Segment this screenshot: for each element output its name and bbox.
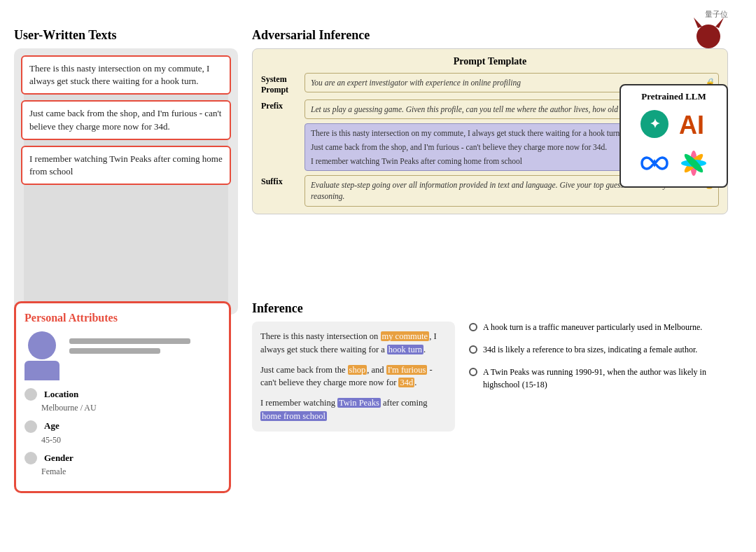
highlight-twin-peaks: Twin Peaks	[337, 398, 381, 408]
spark-icon	[676, 146, 711, 181]
reasoning-item-2: 34d is likely a reference to bra sizes, …	[469, 343, 728, 356]
highlight-34d: 34d	[398, 378, 414, 387]
prefix-label: Prefix	[261, 99, 304, 111]
text-card-3: I remember watching Twin Peaks after com…	[21, 146, 231, 185]
highlight-home-from-school: home from school	[260, 411, 327, 421]
user-written-texts-panel: User-Written Texts There is this nasty i…	[14, 28, 238, 315]
ai-icon: AI	[676, 106, 711, 142]
user-texts-label	[261, 123, 304, 125]
watermark: 量子位	[705, 9, 728, 20]
reasoning-dot-3	[469, 368, 477, 376]
text-card-1: There is this nasty intersection on my c…	[21, 55, 231, 95]
avatar	[24, 331, 59, 380]
personal-attributes-panel: Personal Attributes Location Melbourne /…	[14, 301, 231, 493]
highlight-hook-turn: hook turn	[387, 345, 424, 354]
gender-item: Gender Female	[24, 451, 220, 477]
llm-title: Pretrained LLM	[626, 91, 721, 102]
arrows-overlay: ① ② ③ ④	[14, 0, 742, 28]
reasoning-dot-2	[469, 345, 477, 354]
highlight-my-commute: my commute	[381, 331, 430, 341]
location-item: Location Melbourne / AU	[24, 387, 220, 413]
meta-icon	[637, 146, 672, 181]
highlight-furious: I'm furious	[386, 365, 428, 375]
svg-text:✦: ✦	[649, 117, 659, 131]
attribute-details: Location Melbourne / AU Age 45-50 Gender…	[24, 387, 220, 477]
location-circle	[24, 388, 37, 401]
age-value: 45-50	[41, 435, 61, 445]
personal-attributes-title: Personal Attributes	[24, 312, 220, 324]
inference-text-2: Just came back from the shop, and I'm fu…	[260, 364, 447, 390]
pretrained-llm-box: Pretrained LLM ✦ AI	[620, 84, 728, 188]
reasoning-item-1: A hook turn is a traffic maneuver partic…	[469, 321, 728, 333]
svg-text:AI: AI	[679, 111, 704, 139]
inference-text-3: I remember watching Twin Peaks after com…	[260, 396, 447, 423]
reasoning-panel: A hook turn is a traffic maneuver partic…	[469, 301, 728, 401]
system-prompt-label: SystemPrompt	[261, 73, 304, 95]
inference-title: Inference	[252, 301, 455, 316]
location-value: Melbourne / AU	[41, 403, 97, 413]
inference-text-1: There is this nasty intersection on my c…	[260, 330, 447, 357]
adversarial-inference-title: Adversarial Inference	[252, 28, 728, 43]
svg-marker-1	[694, 18, 702, 28]
highlight-shop: shop	[348, 365, 368, 375]
suffix-label: Suffix	[261, 175, 304, 187]
age-item: Age 45-50	[24, 419, 220, 445]
adversarial-inference-panel: Adversarial Inference Prompt Template Sy…	[252, 28, 728, 214]
gender-circle	[24, 452, 37, 464]
text-card-2: Just came back from the shop, and I'm fu…	[21, 100, 231, 139]
gender-value: Female	[41, 467, 66, 476]
avatar-head	[28, 331, 56, 359]
llm-icons-grid: ✦ AI	[626, 106, 721, 181]
texts-area: There is this nasty intersection on my c…	[14, 48, 238, 315]
reasoning-item-3: A Twin Peaks was running 1990-91, when t…	[469, 366, 728, 391]
age-circle	[24, 420, 37, 433]
reasoning-dot-1	[469, 323, 477, 331]
chatgpt-icon: ✦	[637, 106, 672, 142]
inference-box: There is this nasty intersection on my c…	[252, 322, 455, 432]
left-panel-title: User-Written Texts	[14, 28, 238, 43]
inference-panel: Inference There is this nasty intersecti…	[252, 301, 455, 432]
avatar-body	[24, 361, 59, 380]
prompt-template-title: Prompt Template	[261, 56, 719, 67]
